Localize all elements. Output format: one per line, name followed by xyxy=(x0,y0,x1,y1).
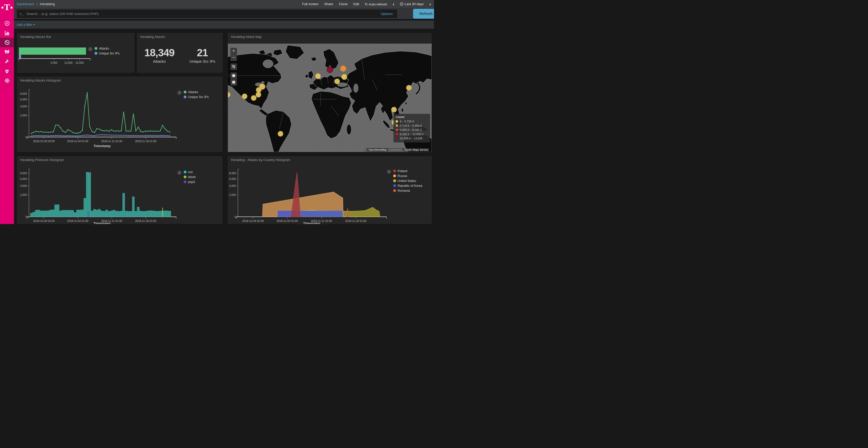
world-map[interactable]: + − Count 3 – 2,729.42,729.4 – 5,455.85,… xyxy=(228,44,432,152)
legend-color-dot xyxy=(95,52,97,55)
edit-button[interactable]: Edit xyxy=(353,2,359,6)
panel-title: Heralding Attacks Histogram xyxy=(20,79,61,82)
auto-refresh-button[interactable]: ↻ Auto-refresh xyxy=(365,2,387,6)
sidebar-item-management[interactable] xyxy=(0,76,14,85)
t-logo-letter: T xyxy=(4,3,10,12)
time-back-button[interactable]: ‹ xyxy=(393,2,394,6)
metric-group: 18,349 Attacks 21 Unique Src IPs xyxy=(137,33,223,73)
map-zoom-in-button[interactable]: + xyxy=(230,48,237,54)
breadcrumb-dashboard-link[interactable]: Dashboard xyxy=(17,2,34,6)
svg-text:2018-10-28 02:00: 2018-10-28 02:00 xyxy=(33,140,55,143)
legend-toggle-icon[interactable]: › xyxy=(177,91,182,95)
refresh-button[interactable]: Refresh xyxy=(413,9,434,19)
legend-item[interactable]: vnc xyxy=(184,170,195,174)
legend-color-dot xyxy=(184,96,187,98)
share-button[interactable]: Share xyxy=(324,2,333,6)
legend-color-dot xyxy=(393,189,396,192)
metric-value: 18,349 xyxy=(145,47,175,59)
legend-toggle-icon[interactable]: › xyxy=(88,47,92,51)
search-input[interactable] xyxy=(26,12,381,16)
svg-text:2018-11-04 01:00: 2018-11-04 01:00 xyxy=(67,219,88,222)
legend-toggle-icon[interactable]: › xyxy=(177,171,182,175)
map-legend-item: 5,455.8 – 8,182.2 xyxy=(396,128,428,132)
legend-label: Republic of Korea xyxy=(398,184,422,187)
protocols-histogram-legend: vnctelnetpop3 xyxy=(184,170,195,184)
legend-color-dot xyxy=(184,175,187,178)
map-fit-bounds-button[interactable] xyxy=(230,64,237,70)
metric-label: Unique Src IPs xyxy=(189,59,215,64)
legend-item[interactable]: pop3 xyxy=(184,179,195,184)
svg-text:6,000: 6,000 xyxy=(229,177,236,180)
elastic-maps-service-link[interactable]: Elastic Maps Service xyxy=(404,148,429,151)
svg-text:0: 0 xyxy=(25,215,27,218)
sidebar-item-discover[interactable] xyxy=(0,19,14,28)
legend-toggle-icon[interactable]: › xyxy=(387,170,391,174)
attacks-histogram-chart[interactable]: 8,0006,0004,0002,00002018-10-28 02:00201… xyxy=(17,76,223,152)
svg-text:4,000: 4,000 xyxy=(20,105,27,108)
t-mobile-logo[interactable]: T xyxy=(0,0,14,14)
legend-label: United States xyxy=(398,179,416,183)
legend-item[interactable]: Republic of Korea xyxy=(393,183,422,188)
svg-text:15,000: 15,000 xyxy=(75,61,84,64)
sidebar-item-dashboard[interactable] xyxy=(0,38,14,47)
country-histogram-legend: PolandRussiaUnited StatesRepublic of Kor… xyxy=(393,169,422,193)
map-draw-polygon-button[interactable] xyxy=(230,72,237,79)
openstreetmap-link[interactable]: OpenStreetMap xyxy=(368,148,388,151)
sidebar-item-monitoring[interactable] xyxy=(0,66,14,76)
map-legend-range-label: 3 – 2,729.4 xyxy=(400,120,414,123)
metric-unique-src-ips: 21 Unique Src IPs xyxy=(189,47,215,64)
panel-title: Heralding - Attacks by Country Histogram xyxy=(231,158,290,162)
legend-item[interactable]: Attacks xyxy=(95,46,120,51)
clone-button[interactable]: Clone xyxy=(339,2,348,6)
legend-item[interactable]: Unique Src IPs xyxy=(184,95,209,99)
legend-color-dot xyxy=(95,47,97,50)
map-legend-item: 8,182.2 – 10,908.6 xyxy=(396,132,428,137)
panel-heralding-attacks-metric: Heralding Attacks 18,349 Attacks 21 Uniq… xyxy=(136,33,223,73)
filter-bar: Add a filter + xyxy=(14,21,434,29)
clock-icon xyxy=(400,2,403,6)
sidebar-item-honeypot[interactable] xyxy=(0,47,14,57)
panel-heralding-attacks-histogram: Heralding Attacks Histogram 8,0006,0004,… xyxy=(17,76,223,152)
time-range-picker[interactable]: Last 30 days xyxy=(400,2,424,6)
time-forward-button[interactable]: › xyxy=(429,2,431,6)
map-legend-color-dot xyxy=(396,137,398,140)
metric-value: 21 xyxy=(189,47,215,59)
monitoring-heartbeat-icon xyxy=(4,68,10,74)
map-draw-rectangle-button[interactable] xyxy=(230,79,237,86)
legend-item[interactable]: Attacks xyxy=(184,90,209,95)
add-filter-link[interactable]: Add a filter + xyxy=(17,23,35,27)
legend-color-dot xyxy=(393,170,396,172)
panel-heralding-attack-map: Heralding Attack Map xyxy=(227,33,432,152)
legend-item[interactable]: United States xyxy=(393,178,422,183)
legend-item[interactable]: Unique Src IPs xyxy=(95,51,120,56)
legend-item[interactable]: Poland xyxy=(393,169,422,173)
svg-text:2,000: 2,000 xyxy=(229,193,236,196)
svg-text:Timestamp: Timestamp xyxy=(94,144,111,148)
svg-text:2,000: 2,000 xyxy=(20,193,27,196)
map-legend-range-label: 10,908.6 – 13,635 xyxy=(400,137,423,140)
map-zoom-out-button[interactable]: − xyxy=(230,55,237,61)
legend-label: Attacks xyxy=(99,47,109,50)
legend-label: pop3 xyxy=(188,180,195,184)
legend-item[interactable]: Russia xyxy=(393,173,422,178)
metric-label: Attacks xyxy=(145,59,175,64)
query-prompt-icon: >_ xyxy=(20,12,24,16)
sidebar-item-visualize[interactable] xyxy=(0,28,14,38)
dev-tools-wrench-icon xyxy=(4,59,10,64)
svg-text:2018-11-18 01:00: 2018-11-18 01:00 xyxy=(135,219,156,222)
map-legend-item: 2,729.4 – 5,455.8 xyxy=(396,124,428,128)
legend-item[interactable]: Romania xyxy=(393,188,422,193)
sidebar-item-devtools[interactable] xyxy=(0,57,14,66)
full-screen-button[interactable]: Full screen xyxy=(302,2,318,6)
protocols-histogram-chart[interactable]: 8,0006,0004,0002,00002018-10-28 02:00201… xyxy=(17,156,223,224)
legend-item[interactable]: telnet xyxy=(184,174,195,179)
svg-text:Timestamp: Timestamp xyxy=(94,222,111,224)
query-options-link[interactable]: Options xyxy=(381,12,393,16)
search-bar-row: >_ Options Refresh xyxy=(14,8,434,20)
dashboard-gauge-icon xyxy=(4,40,10,45)
legend-label: Unique Src IPs xyxy=(188,95,209,99)
attacks-bar-legend: AttacksUnique Src IPs xyxy=(95,46,120,56)
legend-label: Unique Src IPs xyxy=(99,51,120,55)
legend-color-dot xyxy=(184,171,187,173)
svg-text:Timestamp: Timestamp xyxy=(303,222,320,224)
